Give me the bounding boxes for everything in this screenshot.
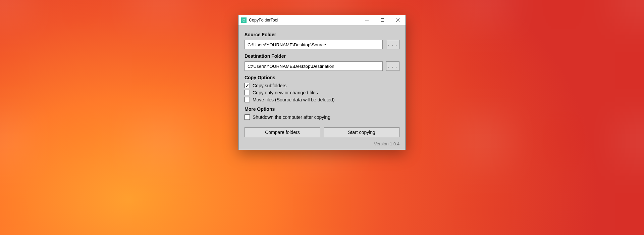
window-body: Source Folder . . . Destination Folder .…: [238, 25, 406, 150]
more-options-heading: More Options: [245, 106, 399, 112]
copy-subfolders-checkbox[interactable]: [245, 83, 250, 88]
copy-options-heading: Copy Options: [245, 75, 399, 80]
svg-rect-1: [381, 19, 384, 22]
destination-folder-row: . . .: [245, 61, 399, 71]
copy-subfolders-row[interactable]: Copy subfolders: [245, 83, 399, 88]
version-label: Version 1.0.4: [245, 141, 399, 146]
titlebar: C CopyFolderTool: [238, 15, 406, 25]
shutdown-checkbox[interactable]: [245, 114, 250, 120]
compare-folders-button[interactable]: Compare folders: [245, 127, 320, 137]
source-folder-row: . . .: [245, 40, 399, 49]
move-files-checkbox[interactable]: [245, 97, 250, 102]
maximize-button[interactable]: [375, 15, 390, 25]
move-files-row[interactable]: Move files (Source data will be deleted): [245, 97, 399, 102]
shutdown-label: Shutdown the computer after copying: [253, 114, 330, 120]
app-icon: C: [241, 17, 247, 23]
source-browse-button[interactable]: . . .: [386, 40, 399, 49]
close-button[interactable]: [390, 15, 406, 25]
copy-new-changed-label: Copy only new or changed files: [253, 90, 318, 95]
copy-subfolders-label: Copy subfolders: [253, 83, 286, 88]
start-copying-button[interactable]: Start copying: [324, 127, 399, 137]
copy-new-changed-row[interactable]: Copy only new or changed files: [245, 90, 399, 95]
window-controls: [359, 15, 406, 25]
source-folder-label: Source Folder: [245, 32, 399, 37]
destination-folder-label: Destination Folder: [245, 53, 399, 59]
app-window: C CopyFolderTool Source Folder . . . Des…: [238, 15, 406, 150]
shutdown-row[interactable]: Shutdown the computer after copying: [245, 114, 399, 120]
window-title: CopyFolderTool: [249, 18, 359, 22]
action-button-row: Compare folders Start copying: [245, 127, 399, 137]
move-files-label: Move files (Source data will be deleted): [253, 97, 334, 102]
minimize-button[interactable]: [359, 15, 375, 25]
source-folder-input[interactable]: [245, 40, 383, 49]
destination-browse-button[interactable]: . . .: [386, 61, 399, 71]
destination-folder-input[interactable]: [245, 61, 383, 71]
copy-new-changed-checkbox[interactable]: [245, 90, 250, 95]
